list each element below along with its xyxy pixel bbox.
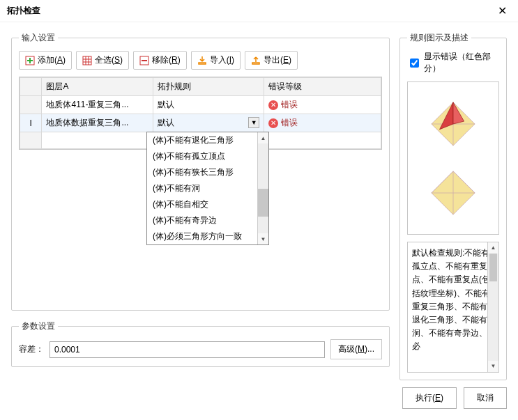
show-error-checkbox[interactable] xyxy=(410,59,419,68)
svg-rect-1 xyxy=(83,56,91,65)
title-bar: 拓扑检查 ✕ xyxy=(0,0,518,22)
execute-button[interactable]: 执行(E) xyxy=(402,387,457,409)
tolerance-input[interactable] xyxy=(49,341,325,358)
cell-rule[interactable]: 默认 xyxy=(153,96,264,114)
scroll-down-icon[interactable]: ▼ xyxy=(258,233,268,244)
input-settings-group: 输入设置 添加(A) 全选(S) 移除(R) 导入(I) xyxy=(11,32,390,311)
description-legend: 规则图示及描述 xyxy=(407,32,471,44)
params-group: 参数设置 容差： 高级(M)... xyxy=(11,320,390,367)
description-scrollbar[interactable]: ▲ ▼ xyxy=(487,242,498,372)
table-row[interactable]: 地质体411-重复三角... 默认 ✕错误 xyxy=(20,96,381,114)
dropdown-arrow-icon[interactable]: ▼ xyxy=(248,117,259,128)
remove-button[interactable]: 移除(R) xyxy=(133,51,187,70)
dropdown-scrollbar[interactable]: ▲ ▼ xyxy=(257,132,268,244)
dropdown-option[interactable]: (体)不能有狭长三角形 xyxy=(147,164,257,180)
rule-dropdown[interactable]: (体)不能有退化三角形 (体)不能有孤立顶点 (体)不能有狭长三角形 (体)不能… xyxy=(146,132,269,245)
dropdown-option[interactable]: (体)必须三角形方向一致 xyxy=(147,228,257,244)
dropdown-option[interactable]: (体)不能自相交 xyxy=(147,196,257,212)
rule-description-text[interactable]: 默认检查规则:不能有孤立点、不能有重复点、不能有重复点(包括纹理坐标)、不能有重… xyxy=(407,242,499,373)
table-row[interactable]: I 地质体数据重复三角... 默认▼ ✕错误 xyxy=(20,114,381,132)
cell-layerA[interactable]: 地质体411-重复三角... xyxy=(42,96,153,114)
toolbar: 添加(A) 全选(S) 移除(R) 导入(I) 导出(E) xyxy=(19,51,382,70)
select-all-button[interactable]: 全选(S) xyxy=(76,51,129,70)
add-icon xyxy=(25,56,35,65)
rule-illustration xyxy=(407,81,499,235)
col-layerA[interactable]: 图层A xyxy=(42,78,153,96)
dropdown-option[interactable]: (体)不能有退化三角形 xyxy=(147,132,257,148)
description-group: 规则图示及描述 显示错误（红色部分） 默认检查规则:不能有孤立点、不能有重复 xyxy=(399,32,507,380)
dialog-title: 拓扑检查 xyxy=(7,5,494,17)
params-legend: 参数设置 xyxy=(19,320,58,332)
scroll-up-icon[interactable]: ▲ xyxy=(488,242,498,254)
cell-rule[interactable]: 默认▼ xyxy=(153,114,264,132)
error-icon: ✕ xyxy=(268,118,278,128)
col-rule[interactable]: 拓扑规则 xyxy=(153,78,264,96)
dropdown-option[interactable]: (体)不能有孤立顶点 xyxy=(147,148,257,164)
remove-icon xyxy=(139,56,149,65)
close-icon[interactable]: ✕ xyxy=(494,4,511,17)
ok-shape-icon xyxy=(425,169,481,217)
show-error-label: 显示错误（红色部分） xyxy=(424,51,499,75)
error-shape-icon xyxy=(425,100,481,148)
grid-header-row: 图层A 拓扑规则 错误等级 xyxy=(20,78,381,96)
input-settings-legend: 输入设置 xyxy=(19,32,58,44)
export-button[interactable]: 导出(E) xyxy=(245,51,298,70)
import-button[interactable]: 导入(I) xyxy=(191,51,241,70)
cell-errlevel[interactable]: ✕错误 xyxy=(264,114,381,132)
advanced-button[interactable]: 高级(M)... xyxy=(330,339,382,359)
grid-icon xyxy=(82,56,92,65)
cell-layerA[interactable]: 地质体数据重复三角... xyxy=(42,114,153,132)
scroll-up-icon[interactable]: ▲ xyxy=(258,132,268,143)
tolerance-label: 容差： xyxy=(19,343,44,355)
dropdown-option[interactable]: (体)不能有洞 xyxy=(147,180,257,196)
scroll-down-icon[interactable]: ▼ xyxy=(488,361,498,372)
dialog-footer: 执行(E) 取消 xyxy=(0,380,518,416)
col-errlevel[interactable]: 错误等级 xyxy=(264,78,381,96)
rules-grid[interactable]: 图层A 拓扑规则 错误等级 地质体411-重复三角... 默认 ✕错误 xyxy=(19,77,382,150)
error-icon: ✕ xyxy=(268,100,278,110)
cancel-button[interactable]: 取消 xyxy=(464,387,507,409)
add-button[interactable]: 添加(A) xyxy=(19,51,72,70)
dropdown-option[interactable]: (体)不能有奇异边 xyxy=(147,212,257,228)
import-icon xyxy=(197,56,207,65)
cell-errlevel[interactable]: ✕错误 xyxy=(264,96,381,114)
export-icon xyxy=(251,56,261,65)
